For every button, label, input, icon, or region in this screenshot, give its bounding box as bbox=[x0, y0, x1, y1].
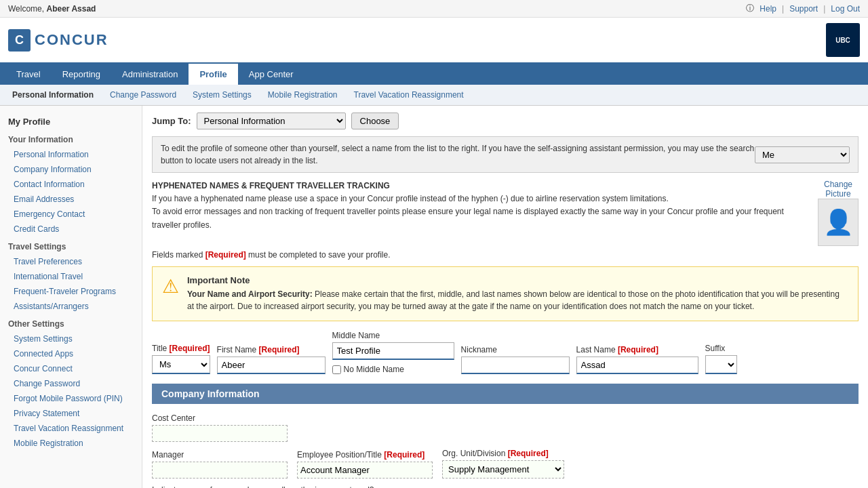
support-link[interactable]: Support bbox=[789, 4, 818, 14]
sidebar-item-change-password[interactable]: Change Password bbox=[0, 376, 142, 391]
title-select[interactable]: Ms Mr Mrs Dr bbox=[152, 355, 210, 374]
authorize-field: Indicate name of person who normally aut… bbox=[152, 485, 374, 488]
avatar-box: 👤 bbox=[818, 199, 859, 246]
jump-to-select[interactable]: Personal Information Company Information… bbox=[197, 113, 346, 129]
edit-profile-info-text: To edit the profile of someone other tha… bbox=[161, 142, 755, 167]
help-link[interactable]: Help bbox=[760, 4, 776, 14]
ubc-logo: UBC bbox=[826, 23, 860, 57]
middle-name-input[interactable] bbox=[332, 342, 454, 360]
sidebar-item-international-travel[interactable]: International Travel bbox=[0, 269, 142, 284]
manager-input[interactable] bbox=[152, 462, 288, 479]
sidebar-item-assistants-arrangers[interactable]: Assistants/Arrangers bbox=[0, 299, 142, 314]
nickname-input[interactable] bbox=[461, 357, 570, 374]
org-unit-field: Org. Unit/Division [Required] Supply Man… bbox=[442, 449, 564, 479]
hyphen-title: HYPHENATED NAMES & FREQUENT TRAVELLER TR… bbox=[152, 181, 390, 190]
important-note: ⚠ Important Note Your Name and Airport S… bbox=[152, 266, 859, 321]
change-picture-link[interactable]: ChangePicture bbox=[818, 180, 859, 199]
main-content: Jump To: Personal Information Company In… bbox=[142, 106, 868, 488]
sidebar-item-email-addresses[interactable]: Email Addresses bbox=[0, 192, 142, 207]
important-note-bold: Your Name and Airport Security: bbox=[187, 289, 313, 299]
sidebar-item-system-settings[interactable]: System Settings bbox=[0, 331, 142, 346]
no-middle-name-label: No Middle Name bbox=[344, 365, 404, 374]
sidebar-your-info-section: Your Information bbox=[0, 129, 142, 147]
hyphen-line2: To avoid error messages and non tracking… bbox=[152, 207, 784, 229]
nav-reporting[interactable]: Reporting bbox=[52, 64, 111, 85]
help-icon: ⓘ bbox=[746, 3, 754, 14]
hyphen-text-block: HYPHENATED NAMES & FREQUENT TRAVELLER TR… bbox=[152, 180, 811, 246]
last-name-field: Last Name [Required] bbox=[576, 345, 698, 374]
title-label: Title [Required] bbox=[152, 344, 210, 353]
company-row-1: Cost Center bbox=[152, 413, 859, 442]
sidebar-item-travel-preferences[interactable]: Travel Preferences bbox=[0, 254, 142, 269]
subnav-personal-info[interactable]: Personal Information bbox=[5, 87, 100, 102]
no-middle-name-row: No Middle Name bbox=[332, 365, 454, 374]
name-form-section: Title [Required] Ms Mr Mrs Dr First Name… bbox=[152, 331, 859, 374]
sidebar: My Profile Your Information Personal Inf… bbox=[0, 106, 142, 488]
employee-position-label: Employee Position/Title [Required] bbox=[297, 450, 433, 460]
cost-center-field: Cost Center bbox=[152, 413, 288, 442]
sidebar-item-mobile-registration[interactable]: Mobile Registration bbox=[0, 436, 142, 451]
org-unit-label: Org. Unit/Division [Required] bbox=[442, 449, 564, 458]
required-note: Fields marked [Required] must be complet… bbox=[152, 250, 859, 260]
profile-selector[interactable]: Me bbox=[755, 146, 850, 163]
sidebar-item-travel-vacation-reassignment[interactable]: Travel Vacation Reassignment bbox=[0, 421, 142, 436]
cost-center-input[interactable] bbox=[152, 425, 288, 442]
manager-label: Manager bbox=[152, 450, 288, 460]
suffix-select[interactable]: Jr Sr II III bbox=[705, 355, 737, 374]
logo-text: CONCUR bbox=[35, 31, 108, 49]
employee-position-input[interactable] bbox=[297, 462, 433, 479]
middle-name-label: Middle Name bbox=[332, 331, 454, 340]
nav-app-center[interactable]: App Center bbox=[238, 64, 304, 85]
last-name-label: Last Name [Required] bbox=[576, 345, 698, 354]
jump-to-label: Jump To: bbox=[152, 116, 191, 126]
nav-administration[interactable]: Administration bbox=[111, 64, 189, 85]
main-nav: Travel Reporting Administration Profile … bbox=[0, 64, 868, 85]
logout-link[interactable]: Log Out bbox=[831, 4, 860, 14]
subnav-system-settings[interactable]: System Settings bbox=[186, 87, 258, 102]
company-section: Company Information Cost Center Manager bbox=[152, 384, 859, 488]
sidebar-item-concur-connect[interactable]: Concur Connect bbox=[0, 361, 142, 376]
edit-profile-info-box: To edit the profile of someone other tha… bbox=[152, 136, 859, 173]
sidebar-item-frequent-traveler[interactable]: Frequent-Traveler Programs bbox=[0, 284, 142, 299]
subnav-travel-vacation[interactable]: Travel Vacation Reassignment bbox=[347, 87, 471, 102]
choose-button[interactable]: Choose bbox=[351, 113, 399, 129]
sidebar-item-privacy-statement[interactable]: Privacy Statement bbox=[0, 406, 142, 421]
nav-travel[interactable]: Travel bbox=[5, 64, 52, 85]
logo: C CONCUR bbox=[8, 29, 108, 52]
logo-box: C bbox=[8, 29, 31, 52]
sidebar-item-contact-information[interactable]: Contact Information bbox=[0, 177, 142, 192]
welcome-text: Welcome, Abeer Assad bbox=[8, 4, 96, 14]
sidebar-item-emergency-contact[interactable]: Emergency Contact bbox=[0, 207, 142, 222]
important-note-content: Important Note Your Name and Airport Sec… bbox=[187, 275, 848, 312]
nav-profile[interactable]: Profile bbox=[189, 64, 237, 85]
avatar-icon: 👤 bbox=[823, 208, 854, 237]
sidebar-other-section: Other Settings bbox=[0, 314, 142, 331]
important-note-body: Your Name and Airport Security: Please m… bbox=[187, 288, 848, 312]
jump-to: Jump To: Personal Information Company In… bbox=[152, 113, 859, 129]
last-name-input[interactable] bbox=[576, 357, 698, 374]
title-field: Title [Required] Ms Mr Mrs Dr bbox=[152, 344, 210, 374]
suffix-label: Suffix bbox=[705, 344, 737, 353]
important-note-title: Important Note bbox=[187, 275, 848, 285]
sidebar-item-connected-apps[interactable]: Connected Apps bbox=[0, 346, 142, 361]
company-form: Cost Center Manager Employee Position/Ti… bbox=[152, 411, 859, 488]
company-row-2: Manager Employee Position/Title [Require… bbox=[152, 449, 859, 479]
header: C CONCUR UBC bbox=[0, 18, 868, 64]
top-bar: Welcome, Abeer Assad ⓘ Help | Support | … bbox=[0, 0, 868, 18]
middle-name-field: Middle Name No Middle Name bbox=[332, 331, 454, 374]
first-name-field: First Name [Required] bbox=[217, 345, 326, 374]
sidebar-item-credit-cards[interactable]: Credit Cards bbox=[0, 222, 142, 237]
company-section-header: Company Information bbox=[152, 384, 859, 404]
subnav-change-password[interactable]: Change Password bbox=[103, 87, 183, 102]
cost-center-label: Cost Center bbox=[152, 413, 288, 423]
subnav-mobile-registration[interactable]: Mobile Registration bbox=[261, 87, 344, 102]
manager-field: Manager bbox=[152, 450, 288, 479]
no-middle-name-checkbox[interactable] bbox=[332, 365, 341, 374]
sub-nav: Personal Information Change Password Sys… bbox=[0, 85, 868, 106]
sidebar-item-company-information[interactable]: Company Information bbox=[0, 162, 142, 177]
sidebar-item-personal-information[interactable]: Personal Information bbox=[0, 147, 142, 162]
first-name-input[interactable] bbox=[217, 357, 326, 374]
sidebar-item-forgot-mobile-password[interactable]: Forgot Mobile Password (PIN) bbox=[0, 391, 142, 406]
required-text: [Required] bbox=[205, 250, 246, 260]
org-unit-select[interactable]: Supply Management Finance IT HR bbox=[442, 460, 564, 479]
